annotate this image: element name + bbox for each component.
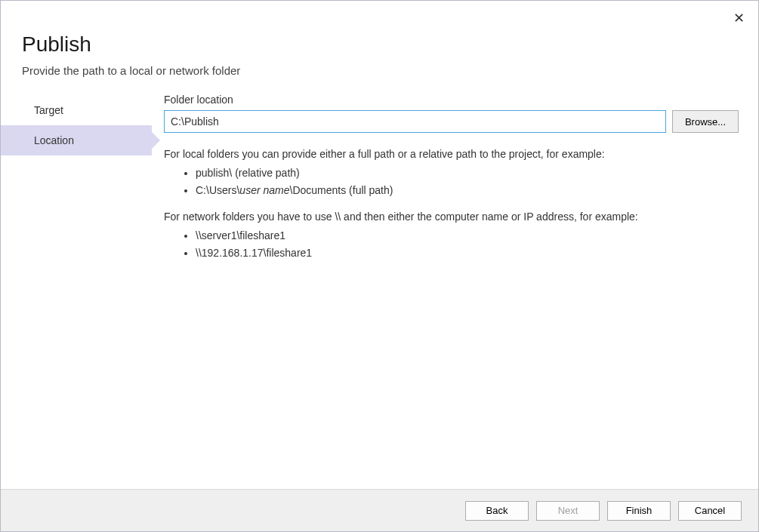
- finish-button[interactable]: Finish: [607, 501, 671, 521]
- header: Publish Provide the path to a local or n…: [1, 1, 758, 85]
- folder-input-row: Browse...: [164, 110, 739, 133]
- wizard-footer: Back Next Finish Cancel: [1, 489, 758, 531]
- help-local-intro: For local folders you can provide either…: [164, 146, 739, 162]
- close-icon: ✕: [733, 11, 745, 26]
- help-local-item: C:\Users\user name\Documents (full path): [196, 183, 739, 198]
- sidebar-item-target[interactable]: Target: [1, 95, 152, 125]
- help-local-item: publish\ (relative path): [196, 165, 739, 181]
- help-network-item: \\server1\fileshare1: [196, 228, 739, 244]
- browse-button[interactable]: Browse...: [672, 110, 739, 133]
- back-button[interactable]: Back: [465, 501, 529, 521]
- sidebar-item-label: Target: [34, 104, 63, 116]
- folder-location-label: Folder location: [164, 94, 739, 106]
- page-title: Publish: [22, 32, 737, 57]
- page-subtitle: Provide the path to a local or network f…: [22, 64, 737, 77]
- wizard-sidebar: Target Location: [1, 85, 152, 469]
- main-area: Target Location Folder location Browse..…: [1, 85, 758, 469]
- next-button: Next: [536, 501, 600, 521]
- help-text: For local folders you can provide either…: [164, 146, 739, 261]
- content-panel: Folder location Browse... For local fold…: [152, 85, 758, 469]
- folder-location-input[interactable]: [164, 110, 666, 133]
- sidebar-item-location[interactable]: Location: [1, 125, 152, 155]
- sidebar-item-label: Location: [34, 134, 74, 146]
- help-network-intro: For network folders you have to use \\ a…: [164, 209, 739, 225]
- help-network-item: \\192.168.1.17\fileshare1: [196, 245, 739, 261]
- close-button[interactable]: ✕: [733, 10, 745, 26]
- cancel-button[interactable]: Cancel: [678, 501, 742, 521]
- help-network-list: \\server1\fileshare1 \\192.168.1.17\file…: [164, 228, 739, 261]
- help-local-list: publish\ (relative path) C:\Users\user n…: [164, 165, 739, 198]
